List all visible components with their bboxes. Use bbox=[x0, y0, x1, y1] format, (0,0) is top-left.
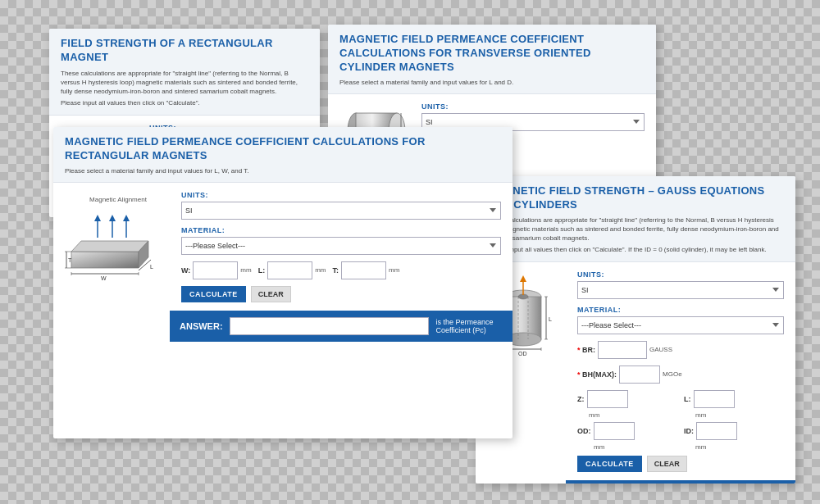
card3-t-field: T: mm bbox=[333, 261, 400, 279]
card1-instruction: Please input all values then click on "C… bbox=[61, 98, 308, 107]
card1-description: These calculations are appropriate for "… bbox=[61, 69, 308, 97]
svg-text:L: L bbox=[549, 316, 552, 322]
card4-units-select[interactable]: SI bbox=[577, 281, 784, 299]
card3-material-label: MATERIAL: bbox=[181, 226, 501, 234]
card3-t-label: T: bbox=[333, 266, 339, 275]
card3-answer-label: ANSWER: bbox=[180, 321, 223, 331]
card1-title: FIELD STRENGTH OF A RECTANGULAR MAGNET bbox=[61, 37, 308, 65]
card4-br-input[interactable] bbox=[598, 341, 647, 359]
card4-br-field: * BR: GAUSS bbox=[577, 341, 672, 359]
card4-bh-label: * BH(MAX): bbox=[577, 370, 617, 379]
svg-marker-17 bbox=[71, 241, 148, 252]
card4-z-field: Z: bbox=[577, 390, 677, 408]
card4-z-input[interactable] bbox=[587, 390, 628, 408]
card-gauss-cylinders: MAGNETIC FIELD STRENGTH – GAUSS EQUATION… bbox=[476, 176, 795, 484]
card4-instruction: Please input all values then click on "C… bbox=[487, 245, 784, 254]
card4-material-group: MATERIAL: ---Please Select--- bbox=[577, 306, 784, 334]
card4-title: MAGNETIC FIELD STRENGTH – GAUSS EQUATION… bbox=[487, 184, 784, 212]
card3-w-input[interactable] bbox=[193, 261, 238, 279]
card4-material-label: MATERIAL: bbox=[577, 306, 784, 314]
svg-text:L: L bbox=[150, 264, 153, 270]
card4-bh-input[interactable] bbox=[619, 366, 660, 384]
card4-units-label: UNITS: bbox=[577, 270, 784, 279]
card4-z-unit: mm bbox=[577, 411, 677, 419]
card2-instruction: Please select a material family and inpu… bbox=[339, 78, 645, 87]
card1-header: FIELD STRENGTH OF A RECTANGULAR MAGNET T… bbox=[49, 29, 320, 116]
card3-w-field: W: mm bbox=[181, 261, 252, 279]
card4-calculate-button[interactable]: CALCULATE bbox=[577, 456, 642, 472]
card-permeance-rectangular: MAGNETIC FIELD PERMEANCE COEFFICIENT CAL… bbox=[53, 127, 512, 438]
card4-z-label: Z: bbox=[577, 395, 585, 403]
card3-w-label: W: bbox=[181, 266, 190, 275]
magnetic-alignment-label: Magnetic Alignment bbox=[65, 196, 171, 203]
card3-answer-section: ANSWER: is the Permeance Coefficient (Pc… bbox=[170, 311, 512, 342]
card4-form: UNITS: SI MATERIAL: ---Please Select--- … bbox=[577, 270, 784, 484]
card4-dimensions: Z: L: mm mm OD: ID: mm mm bbox=[577, 390, 784, 451]
card3-dimensions: W: mm L: mm T: mm bbox=[181, 261, 501, 279]
card4-bh-row: * BH(MAX): MGOe bbox=[577, 366, 784, 384]
card3-image-area: Magnetic Alignment T bbox=[65, 191, 171, 334]
card3-l-label: L: bbox=[258, 266, 266, 275]
card3-body: Magnetic Alignment T bbox=[53, 183, 512, 342]
card3-t-unit: mm bbox=[389, 266, 399, 274]
svg-text:T: T bbox=[68, 257, 72, 263]
card4-l-field: L: bbox=[684, 390, 784, 408]
card3-material-group: MATERIAL: ---Please Select--- bbox=[181, 226, 501, 255]
card4-body: OD L Z UNITS: SI MATE bbox=[476, 262, 795, 484]
card4-od-unit: mm bbox=[577, 443, 677, 451]
card3-material-select[interactable]: ---Please Select--- bbox=[181, 237, 501, 255]
card3-units-group: UNITS: SI bbox=[181, 191, 501, 220]
card3-l-unit: mm bbox=[315, 266, 326, 274]
card4-answer-section: ANSWER: Tesla bbox=[566, 480, 795, 484]
card3-clear-button[interactable]: CLEAR bbox=[251, 286, 291, 302]
card3-calculate-button[interactable]: CALCULATE bbox=[181, 286, 246, 302]
card4-id-label: ID: bbox=[684, 427, 694, 435]
card4-bh-unit: MGOe bbox=[663, 370, 682, 378]
card2-header: MAGNETIC FIELD PERMEANCE COEFFICIENT CAL… bbox=[328, 25, 656, 94]
card3-units-label: UNITS: bbox=[181, 191, 501, 199]
card4-od-label: OD: bbox=[577, 427, 591, 435]
card3-form: UNITS: SI MATERIAL: ---Please Select--- … bbox=[181, 191, 501, 334]
card4-od-field: OD: bbox=[577, 422, 677, 440]
card4-br-row: * BR: GAUSS bbox=[577, 341, 784, 359]
svg-marker-34 bbox=[123, 215, 130, 221]
card4-material-select[interactable]: ---Please Select--- bbox=[577, 316, 784, 334]
card2-title: MAGNETIC FIELD PERMEANCE COEFFICIENT CAL… bbox=[339, 33, 645, 75]
card3-t-input[interactable] bbox=[341, 261, 386, 279]
card3-header: MAGNETIC FIELD PERMEANCE COEFFICIENT CAL… bbox=[53, 127, 512, 183]
svg-marker-33 bbox=[109, 215, 116, 221]
svg-marker-16 bbox=[71, 252, 139, 268]
card3-answer-label-text: ANSWER: bbox=[180, 321, 223, 331]
card4-clear-button[interactable]: CLEAR bbox=[647, 456, 687, 472]
card4-units-group: UNITS: SI bbox=[577, 270, 784, 299]
card4-l-input[interactable] bbox=[694, 390, 735, 408]
card3-instruction: Please select a material family and inpu… bbox=[65, 166, 501, 175]
svg-text:OD: OD bbox=[518, 351, 527, 356]
card3-w-unit: mm bbox=[240, 266, 251, 274]
card4-buttons: CALCULATE CLEAR bbox=[577, 456, 784, 472]
card3-units-select[interactable]: SI bbox=[181, 202, 501, 220]
card4-description: These calculations are appropriate for "… bbox=[487, 216, 784, 243]
card4-od-input[interactable] bbox=[594, 422, 635, 440]
card3-l-field: L: mm bbox=[258, 261, 326, 279]
card4-header: MAGNETIC FIELD STRENGTH – GAUSS EQUATION… bbox=[476, 176, 795, 262]
card4-l-label: L: bbox=[684, 395, 691, 403]
card4-br-label: * BR: bbox=[577, 346, 595, 354]
card4-id-unit: mm bbox=[684, 443, 784, 451]
card3-answer-input bbox=[230, 317, 430, 335]
rectangular-magnet-image-card3: T W L bbox=[65, 207, 163, 288]
card4-id-field: ID: bbox=[684, 422, 784, 440]
card4-bh-field: * BH(MAX): MGOe bbox=[577, 366, 682, 384]
svg-text:W: W bbox=[101, 275, 107, 281]
svg-marker-51 bbox=[520, 275, 526, 282]
card4-br-unit: GAUSS bbox=[649, 346, 672, 353]
card4-l-unit: mm bbox=[684, 411, 784, 419]
card3-answer-result-text: is the Permeance Coefficient (Pc) bbox=[435, 318, 503, 334]
svg-marker-32 bbox=[94, 215, 101, 221]
card3-l-input[interactable] bbox=[267, 261, 312, 279]
card3-title: MAGNETIC FIELD PERMEANCE COEFFICIENT CAL… bbox=[65, 135, 501, 163]
card2-units-label: UNITS: bbox=[421, 102, 645, 111]
card3-buttons: CALCULATE CLEAR bbox=[181, 286, 501, 302]
card4-id-input[interactable] bbox=[696, 422, 737, 440]
